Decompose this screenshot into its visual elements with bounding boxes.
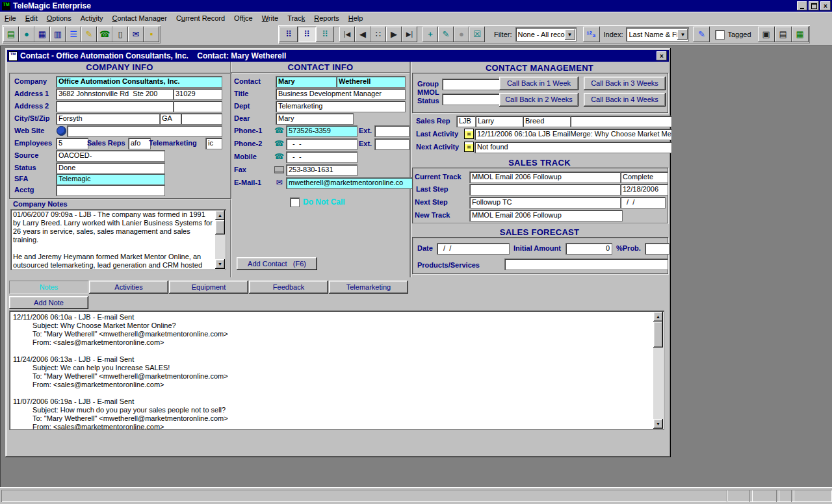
acctg-field[interactable] [56, 184, 165, 196]
ext1-field[interactable] [374, 125, 410, 137]
sticky-note-button[interactable]: ▪ [144, 27, 159, 42]
salesrep-first-field[interactable]: Larry [475, 116, 526, 127]
phone2-field[interactable]: - - [286, 138, 358, 150]
callback-1-week-button[interactable]: Call Back in 1 Week [499, 77, 578, 90]
current-track-field[interactable]: MMOL Email 2006 Followup [469, 171, 623, 183]
table-view-button[interactable]: ▦ [34, 27, 50, 42]
calendar-icon[interactable]: ▤ [464, 129, 474, 139]
address1-zip-field[interactable]: 31029 [173, 88, 222, 100]
phone-dial-button[interactable]: ☎ [97, 27, 112, 42]
zip-field[interactable] [181, 113, 222, 125]
index-dropdown-arrow-icon[interactable]: ▼ [677, 29, 688, 40]
dept-field[interactable]: Telemarketing [276, 101, 406, 112]
callback-4-weeks-button[interactable]: Call Back in 4 Weeks [584, 93, 666, 107]
initial-amount-field[interactable]: 0 [566, 243, 612, 255]
website-field[interactable] [67, 125, 222, 137]
first-record-button[interactable]: |◀ [339, 27, 355, 42]
menu-edit[interactable]: Edit [21, 12, 42, 24]
first-name-field[interactable]: Mary [276, 76, 339, 88]
add-note-button[interactable]: Add Note [9, 296, 88, 309]
grid-export-button[interactable]: ▦ [792, 27, 809, 42]
products-services-field[interactable] [504, 258, 668, 270]
count-records-button[interactable]: ¹²₃ [583, 27, 600, 42]
scroll-down-icon[interactable]: ▼ [653, 419, 663, 429]
last-record-button[interactable]: ▶| [402, 27, 417, 42]
mmol-status-field[interactable] [442, 94, 502, 105]
salesrep-last-field[interactable]: Breed [523, 116, 573, 127]
address1-field[interactable]: 3682 Johnstonville Rd Ste 200 [56, 88, 176, 100]
filter-dropdown[interactable]: None - All record ▼ [515, 27, 577, 42]
group-field[interactable] [442, 79, 502, 90]
tab-activities[interactable]: Activities [89, 281, 168, 294]
menu-reports[interactable]: Reports [309, 12, 344, 24]
prob-field[interactable] [645, 243, 670, 255]
address2-field[interactable] [56, 101, 176, 112]
print-button[interactable]: ▤ [775, 27, 792, 42]
notes-list-scrollbar[interactable]: ▲ ▼ [653, 312, 663, 429]
email-field[interactable]: mwetherell@marketmentoronline.co [286, 177, 413, 189]
next-activity-field[interactable]: Not found [474, 142, 672, 153]
copy-pages-button[interactable]: ▣ [758, 27, 775, 42]
menu-file[interactable]: File [0, 12, 21, 24]
elephant-button[interactable]: ● [19, 27, 34, 42]
next-record-button[interactable]: ▶ [386, 27, 402, 42]
company-field[interactable]: Office Automation Consultants, Inc. [56, 76, 222, 88]
index-dropdown[interactable]: Last Name & Firs ▼ [626, 27, 689, 42]
scroll-up-icon[interactable]: ▲ [653, 312, 663, 321]
scroll-thumb[interactable] [653, 321, 663, 347]
edit-record-button[interactable]: ✎ [438, 27, 454, 42]
menu-activity[interactable]: Activity [76, 12, 108, 24]
callback-3-weeks-button[interactable]: Call Back in 3 Weeks [584, 77, 666, 90]
mobile-field[interactable]: - - [286, 151, 358, 163]
fax-field[interactable]: 253-830-1631 [286, 164, 358, 176]
tab-telemarketing[interactable]: Telemarketing [329, 281, 408, 294]
next-step-date-field[interactable]: / / [620, 197, 666, 208]
source-field[interactable]: OACOED- [56, 150, 165, 162]
last-activity-field[interactable]: 12/11/2006 06:10a LJB EmailMerge: Why Ch… [474, 129, 672, 140]
add-contact-button[interactable]: Add Contact (F6) [237, 257, 317, 270]
tab-equipment[interactable]: Equipment [169, 281, 248, 294]
address2-zip-field[interactable] [173, 101, 222, 112]
menu-help[interactable]: Help [344, 12, 368, 24]
card-file-button[interactable]: ▤ [3, 27, 19, 42]
tab-notes[interactable]: Notes [9, 281, 88, 294]
current-track-status-field[interactable]: Complete [620, 171, 668, 183]
company-notes-box[interactable]: 01/06/2007 09:09a - LJB - The company wa… [10, 209, 226, 270]
delete-record-button[interactable]: ☒ [469, 27, 485, 42]
globe-icon[interactable] [57, 126, 66, 136]
next-step-field[interactable]: Followup TC [469, 197, 623, 208]
menu-options[interactable]: Options [42, 12, 76, 24]
view-list-button[interactable]: ⠿ [316, 27, 334, 42]
dear-field[interactable]: Mary [276, 113, 354, 125]
add-record-button[interactable]: + [422, 27, 438, 42]
last-name-field[interactable]: Wetherell [336, 76, 406, 88]
tab-feedback[interactable]: Feedback [249, 281, 328, 294]
goto-record-button[interactable]: ∷ [370, 27, 386, 42]
column-view-button[interactable]: ▥ [50, 27, 66, 42]
prev-record-button[interactable]: ◀ [355, 27, 370, 42]
last-step-field[interactable] [469, 184, 623, 195]
do-not-call-checkbox[interactable] [290, 197, 300, 207]
menu-office[interactable]: Office [229, 12, 257, 24]
salesrep-extra-field[interactable] [570, 116, 672, 127]
copy-record-button[interactable]: ● [454, 27, 469, 42]
phone1-field[interactable]: 573526-3359 [286, 125, 358, 137]
scroll-up-icon[interactable]: ▲ [215, 210, 225, 220]
menu-current-record[interactable]: Current Record [172, 12, 229, 24]
document-button[interactable]: ▯ [112, 27, 128, 42]
new-track-field[interactable]: MMOL Email 2006 Followup [469, 210, 623, 221]
mail-merge-button[interactable]: ✉ [128, 27, 144, 42]
company-notes-scrollbar[interactable]: ▲ ▼ [215, 210, 225, 269]
status-field[interactable]: Done [56, 162, 165, 174]
callback-2-weeks-button[interactable]: Call Back in 2 Weeks [499, 93, 578, 107]
restore-button[interactable] [809, 1, 819, 10]
last-step-date-field[interactable]: 12/18/2006 [620, 184, 668, 195]
close-button[interactable]: × [820, 1, 831, 10]
title-field[interactable]: Business Development Manager [276, 88, 406, 100]
city-field[interactable]: Forsyth [56, 113, 162, 125]
scroll-down-icon[interactable]: ▼ [215, 259, 225, 269]
minimize-button[interactable] [797, 1, 807, 10]
view-single-button[interactable]: ⠿ [280, 27, 298, 42]
sfa-field[interactable]: Telemagic [56, 173, 165, 185]
note-edit-button[interactable]: ✎ [81, 27, 97, 42]
